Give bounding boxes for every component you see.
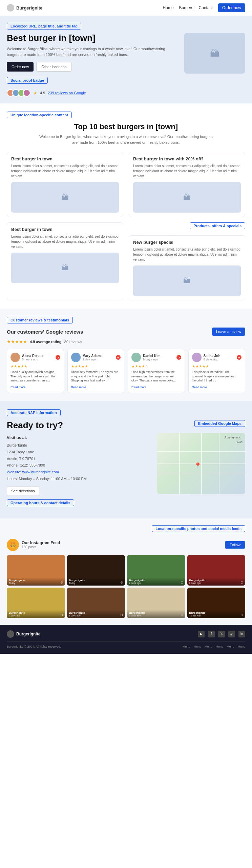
nap-line-0: BurgerIgnite xyxy=(7,443,27,447)
hero-text: Best burger in [town] Welcome to Burger … xyxy=(7,33,177,97)
youtube-icon[interactable]: ▶ xyxy=(198,631,205,637)
nav-link-burgers[interactable]: Burgers xyxy=(179,5,193,10)
facebook-icon[interactable]: f xyxy=(208,631,215,637)
embedded-map: Jose Ignacio Juan 📍 xyxy=(157,433,245,494)
reviewer-name-3: Daniel Kim xyxy=(143,354,174,358)
insta-post-4-overlay: Burgerignite 2 days ago xyxy=(187,577,246,586)
footer-link-6[interactable]: Menu xyxy=(237,645,245,648)
read-more-3[interactable]: Read more xyxy=(131,386,147,389)
leave-review-button[interactable]: Leave a review xyxy=(212,328,245,336)
map-road-v-1 xyxy=(179,433,180,494)
insta-post-1-time: Today xyxy=(9,582,63,584)
footer-nav: Menu Menu Menu Menu Menu Menu xyxy=(183,645,245,648)
read-more-1[interactable]: Read more xyxy=(10,386,26,389)
footer-link-1[interactable]: Menu xyxy=(183,645,190,648)
hero-stars: ★ xyxy=(33,91,37,96)
footer-link-2[interactable]: Menu xyxy=(193,645,201,648)
reviews-stars: ★★★★★ xyxy=(7,339,27,344)
read-more-2[interactable]: Read more xyxy=(71,386,86,389)
nap-address: BurgerIgnite 1234 Tasty Lane Austin, TX … xyxy=(7,442,150,482)
insta-avatar-icon: 🍔 xyxy=(9,541,16,548)
card-1-image-icon: 🏔 xyxy=(61,193,69,202)
insta-post-8-time: 7 days ago xyxy=(189,614,244,617)
hero-section: Localized URL, page title, and title tag… xyxy=(0,16,252,103)
google-icon-4: G xyxy=(237,355,241,360)
insta-post-5-time: 5 days ago xyxy=(9,614,63,617)
insta-avatar: 🍔 xyxy=(7,539,19,551)
reviews-badge: Customer reviews & testimonials xyxy=(7,317,73,323)
directions-button[interactable]: See directions xyxy=(7,487,39,495)
map-road-v-3 xyxy=(219,433,219,494)
review-stars-1: ★★★★★ xyxy=(10,364,60,369)
hero-image: 🏔 xyxy=(184,33,245,74)
maps-badge: Embedded Google Maps xyxy=(194,420,245,427)
footer-link-4[interactable]: Menu xyxy=(215,645,223,648)
nap-section: Accurate NAP information Ready to try? V… xyxy=(0,401,252,518)
reviewer-name-1: Alena Rosser xyxy=(22,354,54,358)
nap-line-5: Hours: Monday – Sunday: 11:00 AM – 10:00… xyxy=(7,477,87,481)
insta-post-2-icon: ⊙ xyxy=(120,580,123,584)
ops-badge: Operating hours & contact details xyxy=(7,499,74,506)
hero-badge: Localized URL, page title, and title tag xyxy=(7,23,81,29)
insta-post-6[interactable]: Burgerignite 1 days ago ⊙ xyxy=(67,588,125,618)
hero-image-icon: 🏔 xyxy=(210,48,219,59)
insta-post-2[interactable]: Burgerignite Today ⊙ xyxy=(67,555,125,586)
insta-post-5[interactable]: Burgerignite 5 days ago ⊙ xyxy=(7,588,65,618)
order-now-button[interactable]: Order now xyxy=(218,3,245,12)
map-background: Jose Ignacio Juan 📍 xyxy=(157,433,245,494)
card-1-desc: Lorem ipsum dolor sit amet, consectetur … xyxy=(11,163,119,179)
insta-post-4[interactable]: Burgerignite 2 days ago ⊙ xyxy=(187,555,246,586)
card-3-desc: Lorem ipsum dolor sit amet, consectetur … xyxy=(11,234,119,249)
insta-post-3-icon: ⊙ xyxy=(181,580,183,584)
card-2-image: 🏔 xyxy=(133,182,241,213)
insta-post-8-user: Burgerignite xyxy=(189,611,244,614)
insta-post-4-icon: ⊙ xyxy=(240,580,243,584)
insta-post-7[interactable]: Burgerignite 3 days ago ⊙ xyxy=(127,588,185,618)
insta-post-4-user: Burgerignite xyxy=(189,579,244,582)
follow-button[interactable]: Follow xyxy=(225,541,245,549)
reviewer-row-2: Mary Adams 1 day ago G xyxy=(71,353,121,362)
card-3: Best burger in town Lorem ipsum dolor si… xyxy=(7,222,123,300)
instagram-header: 🍔 Our Instagram Feed 180 posts Follow xyxy=(7,539,245,551)
hero-locations-button[interactable]: Other locations xyxy=(36,62,71,72)
reviews-title-group: Our customers' Google reviews xyxy=(7,329,83,335)
card-2: Best burger in town with 20% offf Lorem … xyxy=(129,152,245,217)
map-label-1: Jose Ignacio xyxy=(224,436,241,439)
card-special-image: 🏔 xyxy=(133,265,241,296)
map-pin: 📍 xyxy=(194,462,202,470)
card-special-image-icon: 🏔 xyxy=(183,276,191,285)
insta-post-3[interactable]: Burgerignite 2 days ago ⊙ xyxy=(127,555,185,586)
products-badge: Products, offers & specials xyxy=(190,222,245,229)
review-card-2: Mary Adams 1 day ago G ★★★★★ Absolutely … xyxy=(67,349,125,393)
reviews-average: 4.9 average rating xyxy=(30,340,62,344)
insta-post-2-time: Today xyxy=(69,582,123,584)
products-badge-row: Products, offers & specials xyxy=(129,222,245,233)
twitter-icon[interactable]: 𝕏 xyxy=(218,631,225,637)
card-special-title: New burger special xyxy=(133,240,241,245)
reviewer-info-2: Mary Adams 1 day ago xyxy=(83,354,114,361)
footer-bottom: BurgerIgnite © 2024. All rights reserved… xyxy=(7,641,245,648)
insta-post-8[interactable]: Burgerignite 7 days ago ⊙ xyxy=(187,588,246,618)
read-more-4[interactable]: Read more xyxy=(192,386,207,389)
reviews-title: Our customers' Google reviews xyxy=(7,329,83,335)
card-2-desc: Lorem ipsum dolor sit amet, consectetur … xyxy=(133,163,241,179)
footer-link-5[interactable]: Menu xyxy=(227,645,234,648)
insta-post-6-time: 1 days ago xyxy=(69,614,123,617)
hero-order-button[interactable]: Order now xyxy=(7,62,34,72)
insta-post-1[interactable]: Burgerignite Today ⊙ xyxy=(7,555,65,586)
hero-content: Best burger in [town] Welcome to Burger … xyxy=(7,33,245,97)
reviews-meta: ★★★★★ 4.9 average rating 80 reviews xyxy=(7,339,245,344)
map-label-2: Juan xyxy=(236,440,243,444)
instagram-icon[interactable]: ◎ xyxy=(228,631,235,637)
card-2-image-icon: 🏔 xyxy=(183,193,191,202)
review-body-4: This place is incredible! The gourmet bu… xyxy=(192,370,242,383)
reviewer-info-1: Alena Rosser 5 hours ago xyxy=(22,354,54,361)
footer-link-3[interactable]: Menu xyxy=(205,645,212,648)
reviewer-avatar-4 xyxy=(192,353,202,362)
linkedin-icon[interactable]: in xyxy=(238,631,245,637)
nav-link-home[interactable]: Home xyxy=(163,5,174,10)
nav-link-contact[interactable]: Contact xyxy=(199,5,213,10)
hero-review-link[interactable]: 239 reviews on Google xyxy=(48,91,86,95)
reviews-header: Our customers' Google reviews Leave a re… xyxy=(7,328,245,336)
google-icon-3: G xyxy=(176,355,181,360)
